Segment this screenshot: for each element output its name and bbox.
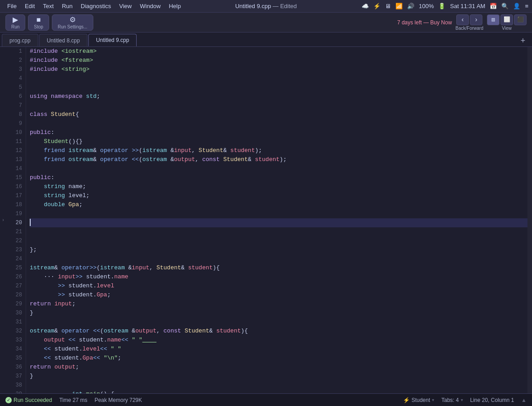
run-settings-button[interactable]: ⚙ Run Settings...: [52, 14, 93, 31]
code-line-7: [30, 101, 527, 110]
code-line-2: #include <fstream>: [30, 56, 527, 65]
toolbar: ▶ Run ■ Stop ⚙ Run Settings... 7 days le…: [0, 13, 532, 32]
view-btn-1[interactable]: ▤: [487, 14, 500, 25]
line-num-38: 38: [6, 381, 26, 390]
code-line-6: using namespace std;: [30, 92, 527, 101]
days-left-badge[interactable]: 7 days left — Buy Now: [397, 19, 452, 26]
clock: Sat 11:31 AM: [450, 3, 485, 9]
line-num-3: 3: [6, 65, 26, 74]
code-line-16: string name;: [30, 182, 527, 191]
filename: Untitled 9.cpp: [235, 3, 271, 9]
settings-label: Run Settings...: [58, 24, 87, 29]
symbol-chevron: ▾: [432, 397, 434, 402]
code-line-39: int main() {: [30, 390, 527, 393]
run-icon: ▶: [13, 15, 18, 24]
line-numbers: 1 2 3 4 5 6 7 8 9 10 11 12 13 14 15 16 1…: [6, 47, 26, 393]
code-line-20: [30, 218, 527, 227]
line-num-19: 19: [6, 209, 26, 218]
menu-window[interactable]: Window: [136, 2, 164, 10]
user-icon[interactable]: 👤: [513, 3, 520, 9]
menu-text[interactable]: Text: [39, 2, 57, 10]
scrollbar[interactable]: [527, 47, 532, 393]
menu-file[interactable]: File: [4, 2, 20, 10]
display-icon: 🖥: [385, 3, 391, 9]
stop-icon: ■: [37, 16, 41, 24]
code-line-1: #include <iostream>: [30, 47, 527, 56]
settings-icon: ⚙: [69, 15, 76, 24]
menu-icon[interactable]: ≡: [525, 3, 528, 9]
add-tab-button[interactable]: +: [518, 36, 528, 46]
symbol-indicator[interactable]: ⚡ Student ▾: [403, 397, 434, 403]
code-line-13: friend ostream& operator <<(ostream &out…: [30, 155, 527, 164]
scroll-to-top-button[interactable]: ▲: [521, 397, 527, 403]
menu-run[interactable]: Run: [58, 2, 76, 10]
line-num-23: 23: [6, 245, 26, 254]
tab-prog-cpp[interactable]: prog.cpp: [2, 34, 38, 46]
line-num-24: 24: [6, 254, 26, 263]
forward-button[interactable]: ›: [470, 14, 482, 25]
status-bar: Run Succeeded Time 27 ms Peak Memory 729…: [0, 393, 532, 406]
view-label: View: [502, 26, 512, 31]
line-num-13: 13: [6, 155, 26, 164]
time-label: Time 27 ms: [59, 397, 87, 403]
menu-help[interactable]: Help: [165, 2, 184, 10]
menu-view[interactable]: View: [115, 2, 135, 10]
view-btn-2[interactable]: ⬜: [500, 14, 513, 25]
code-editor[interactable]: #include <iostream> #include <fstream> #…: [26, 47, 527, 393]
menu-diagnostics[interactable]: Diagnostics: [77, 2, 115, 10]
line-num-15: 15: [6, 173, 26, 182]
back-forward-label: Back/Forward: [455, 26, 483, 31]
battery-label: 100%: [419, 3, 434, 9]
symbol-label: Student: [412, 397, 430, 403]
line-num-26: 26: [6, 272, 26, 281]
window-title: Untitled 9.cpp — Edited: [235, 3, 297, 9]
line-num-10: 10: [6, 128, 26, 137]
menu-items: File Edit Text Run Diagnostics View Wind…: [4, 2, 184, 10]
code-line-9: [30, 119, 527, 128]
search-icon[interactable]: 🔍: [501, 3, 509, 9]
code-line-26: ··· input>> student.name: [30, 272, 527, 281]
line-num-22: 22: [6, 236, 26, 245]
tab-untitled-8[interactable]: Untitled 8.cpp: [39, 34, 87, 46]
toolbar-right: 7 days left — Buy Now ‹ › Back/Forward ▤…: [397, 14, 527, 31]
line-num-17: 17: [6, 191, 26, 200]
code-line-21: [30, 227, 527, 236]
line-num-12: 12: [6, 146, 26, 155]
run-label: Run: [11, 24, 19, 29]
back-button[interactable]: ‹: [456, 14, 469, 25]
line-num-18: 18: [6, 200, 26, 209]
line-num-8: 8: [6, 110, 26, 119]
menu-edit[interactable]: Edit: [21, 2, 38, 10]
code-line-29: return input;: [30, 300, 527, 309]
line-num-6: 6: [6, 92, 26, 101]
line-num-31: 31: [6, 318, 26, 327]
line-num-11: 11: [6, 137, 26, 146]
line-num-30: 30: [6, 309, 26, 318]
line-num-35: 35: [6, 354, 26, 363]
code-line-19: [30, 209, 527, 218]
line-num-33: 33: [6, 336, 26, 345]
run-status: Run Succeeded: [5, 397, 52, 403]
code-line-38: [30, 381, 527, 390]
code-line-35: << student.Gpa<< "\n";: [30, 354, 527, 363]
stop-button[interactable]: ■ Stop: [28, 14, 49, 31]
line-num-14: 14: [6, 164, 26, 173]
bluetooth-icon: ⚡: [373, 3, 381, 9]
code-line-14: [30, 164, 527, 173]
tab-untitled-9[interactable]: Untitled 9.cpp: [88, 34, 137, 46]
code-line-36: return output;: [30, 363, 527, 372]
code-line-23: };: [30, 245, 527, 254]
run-button[interactable]: ▶ Run: [5, 14, 25, 31]
code-line-12: friend istream& operator >>(istream &inp…: [30, 146, 527, 155]
left-gutter: ›: [0, 47, 6, 393]
back-forward-group: ‹ › Back/Forward: [455, 14, 483, 31]
collapse-arrow[interactable]: ›: [2, 218, 5, 223]
code-line-34: << student.level<< " ": [30, 345, 527, 354]
position-indicator[interactable]: Line 20, Column 1: [470, 397, 514, 403]
edited-badge: — Edited: [273, 3, 297, 9]
line-num-2: 2: [6, 56, 26, 65]
line-num-32: 32: [6, 327, 26, 336]
tabs-indicator[interactable]: Tabs: 4 ▾: [441, 397, 463, 403]
line-num-7: 7: [6, 101, 26, 110]
view-btn-3[interactable]: ⬛: [514, 14, 527, 25]
